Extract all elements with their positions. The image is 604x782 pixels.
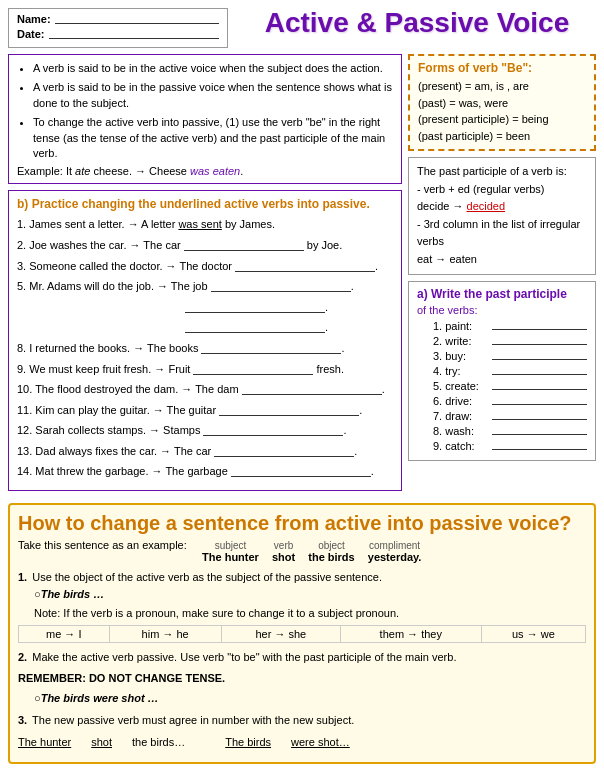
date-field: Date:	[17, 28, 219, 40]
blank-6[interactable]	[492, 419, 587, 420]
ex-1: 1. James sent a letter. → A letter was s…	[17, 216, 393, 234]
write-pp-title-text: a) Write the past participle	[417, 287, 567, 301]
ex-3: 3. Someone called the doctor. → The doct…	[17, 258, 393, 276]
blank-5[interactable]	[492, 404, 587, 405]
step1-result-area: ○The birds …	[18, 586, 586, 603]
verb-4: 5. create:	[433, 380, 488, 392]
date-line[interactable]	[49, 38, 219, 39]
object-label: object	[318, 540, 345, 551]
list-item: 2. write:	[433, 335, 587, 347]
write-pp-subtitle: of the verbs:	[417, 304, 587, 316]
compliment-col: compliment yesterday.	[368, 540, 422, 563]
step-1: 1. Use the object of the active verb as …	[18, 569, 586, 602]
verb-5: 6. drive:	[433, 395, 488, 407]
verb-0: 1. paint:	[433, 320, 488, 332]
note-text: Note: If the verb is a pronoun, make sur…	[34, 607, 399, 619]
name-date-box: Name: Date:	[8, 8, 228, 48]
pp-rule2: - 3rd column in the list of irregular ve…	[417, 216, 587, 251]
step3-num: 3.	[18, 714, 27, 726]
object-value: the birds	[308, 551, 354, 563]
verb-1: 2. write:	[433, 335, 488, 347]
blank-4[interactable]	[492, 389, 587, 390]
compliment-value: yesterday.	[368, 551, 422, 563]
example-end: .	[240, 165, 243, 177]
verb-6: 7. draw:	[433, 410, 488, 422]
name-line[interactable]	[55, 23, 219, 24]
step-2: 2. Make the active verb passive. Use ver…	[18, 649, 586, 707]
date-label: Date:	[17, 28, 45, 40]
pp-ex1-prefix: decide →	[417, 200, 467, 212]
pp-example1: decide → decided	[417, 198, 587, 216]
verb-forms-title: Forms of verb "Be":	[418, 61, 586, 75]
ex-5: 5. Mr. Adams will do the job. → The job …	[17, 278, 393, 296]
blank-3[interactable]	[492, 374, 587, 375]
header: Name: Date: Active & Passive Voice	[8, 8, 596, 48]
subject-col: subject The hunter	[202, 540, 259, 563]
practice-box: b) Practice changing the underlined acti…	[8, 190, 402, 491]
past-participle-box: The past participle of a verb is: - verb…	[408, 157, 596, 275]
step-3: 3. The new passive verb must agree in nu…	[18, 712, 586, 751]
blank-7[interactable]	[492, 434, 587, 435]
info-box: A verb is said to be in the active voice…	[8, 54, 402, 184]
ex-8: 8. I returned the books. → The books .	[17, 340, 393, 358]
verb-forms-box: Forms of verb "Be": (present) = am, is ,…	[408, 54, 596, 151]
object-col: object the birds	[308, 540, 354, 563]
step2-text: Make the active verb passive. Use verb "…	[32, 651, 456, 663]
list-item: 3. buy:	[433, 350, 587, 362]
blank-2[interactable]	[492, 359, 587, 360]
verb-value: shot	[272, 551, 295, 563]
example-prefix: Example: It	[17, 165, 75, 177]
example-was-eaten: was eaten	[190, 165, 240, 177]
vf-line-0: (present) = am, is , are	[418, 78, 586, 95]
blank-8[interactable]	[492, 449, 587, 450]
bullet-list: A verb is said to be in the active voice…	[17, 61, 393, 161]
bottom-title: How to change a sentence from active int…	[18, 511, 586, 535]
w2: the birds…	[132, 734, 185, 751]
pronoun-us: us → we	[481, 626, 585, 643]
step1-text: Use the object of the active verb as the…	[32, 571, 382, 583]
pronoun-row: me → I him → he her → she them → they us…	[19, 626, 586, 643]
ex-2: 2. Joe washes the car. → The car by Joe.	[17, 237, 393, 255]
list-item: 8. wash:	[433, 425, 587, 437]
note-box: Note: If the verb is a pronoun, make sur…	[34, 607, 586, 619]
blank-0[interactable]	[492, 329, 587, 330]
pp-rule1: - verb + ed (regular verbs)	[417, 181, 587, 199]
step2-result-area: ○The birds were shot …	[18, 690, 586, 707]
write-past-participle-box: a) Write the past participle of the verb…	[408, 281, 596, 461]
ex-11: 11. Kim can play the guitar. → The guita…	[17, 402, 393, 420]
ex-9: 9. We must keep fruit fresh. → Fruit fre…	[17, 361, 393, 379]
name-label: Name:	[17, 13, 51, 25]
bullet-3: To change the active verb into passive, …	[33, 115, 393, 161]
remember-text: REMEMBER: DO NOT CHANGE TENSE.	[18, 670, 586, 687]
pronoun-me: me → I	[19, 626, 110, 643]
verb-7: 8. wash:	[433, 425, 488, 437]
blank-1[interactable]	[492, 344, 587, 345]
list-item: 6. drive:	[433, 395, 587, 407]
pp-decided: decided	[467, 200, 506, 212]
step2-result: The birds were shot …	[41, 692, 159, 704]
pronoun-table: me → I him → he her → she them → they us…	[18, 625, 586, 643]
verb-2: 3. buy:	[433, 350, 488, 362]
left-column: A verb is said to be in the active voice…	[8, 54, 402, 497]
ex-12: 12. Sarah collects stamps. → Stamps .	[17, 422, 393, 440]
circle-icon: ○	[34, 588, 41, 600]
verb-label: verb	[274, 540, 293, 551]
verb-col: verb shot	[272, 540, 295, 563]
page: Name: Date: Active & Passive Voice A ver…	[0, 0, 604, 772]
example-mid: cheese. → Cheese	[90, 165, 190, 177]
write-pp-title: a) Write the past participle	[417, 287, 587, 301]
w0: The hunter	[18, 734, 71, 751]
list-item: 7. draw:	[433, 410, 587, 422]
pronoun-him: him → he	[109, 626, 221, 643]
ex-14: 14. Mat threw the garbage. → The garbage…	[17, 463, 393, 481]
vf-line-2: (present participle) = being	[418, 111, 586, 128]
extra-blanks: . .	[17, 299, 393, 337]
practice-title: b) Practice changing the underlined acti…	[17, 197, 393, 211]
w1: shot	[91, 734, 112, 751]
vf-line-3: (past participle) = been	[418, 128, 586, 145]
bullet-2: A verb is said to be in the passive voic…	[33, 80, 393, 111]
step2-num: 2.	[18, 651, 27, 663]
example-ate: ate	[75, 165, 90, 177]
title-area: Active & Passive Voice	[238, 8, 596, 39]
subject-value: The hunter	[202, 551, 259, 563]
